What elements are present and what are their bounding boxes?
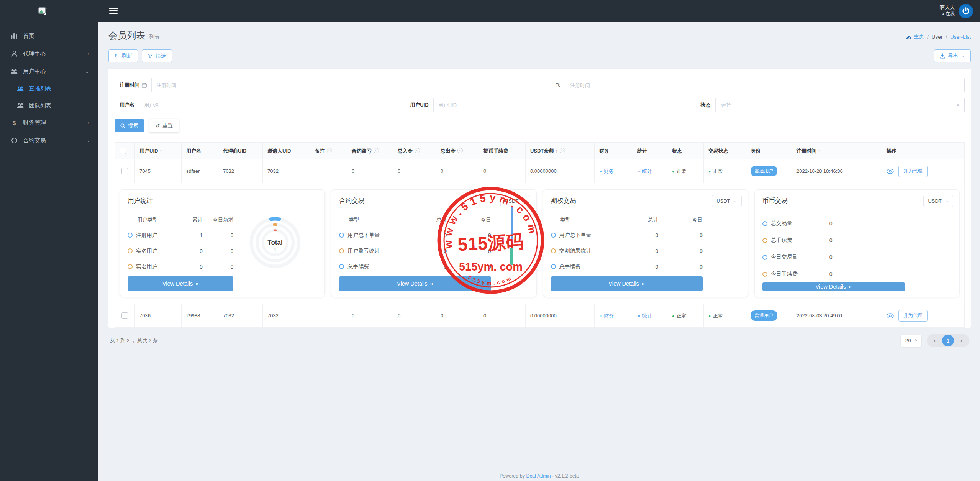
caret-down-icon: ⌄: [522, 199, 525, 204]
powered-by-footer: Powered by Dcat Admin · v2.1.2-beta: [98, 473, 980, 479]
cell-total-withdraw[interactable]: 0: [436, 304, 479, 328]
sidebar-item-agent-center[interactable]: 代理中心 ‹: [0, 45, 98, 62]
cell-username: sdfser: [182, 159, 218, 183]
promote-agent-button[interactable]: 升为代理: [898, 310, 928, 322]
toolbar: ↻ 刷新 筛选 导出 ⌄: [108, 49, 971, 62]
legend-dot-icon: [762, 255, 767, 260]
sidebar-item-label: 用户中心: [23, 68, 46, 75]
circle-icon: [10, 138, 18, 143]
cell-status: 正常: [677, 168, 687, 174]
cell-usdt-balance: 0.00000000: [526, 159, 595, 183]
legend-dot-icon: [128, 233, 133, 238]
funnel-icon: [148, 54, 153, 59]
cell-reg-time: 2022-08-03 20:49:01: [792, 304, 882, 328]
caret-up-icon: ^: [915, 338, 917, 343]
reset-button[interactable]: ↺ 重置: [149, 119, 179, 132]
row-checkbox[interactable]: [121, 168, 128, 174]
page-size-select[interactable]: 20 ^: [901, 335, 921, 347]
cell-trade-status: 正常: [713, 313, 723, 318]
sidebar-item-label: 合约交易: [23, 137, 46, 144]
status-select[interactable]: 选择 ▾: [716, 98, 964, 112]
breadcrumb-current-link[interactable]: User-List: [950, 34, 971, 40]
current-page-button[interactable]: 1: [942, 335, 954, 346]
calendar-icon: [142, 83, 147, 88]
legend-dot-icon: [762, 238, 767, 243]
row-checkbox[interactable]: [121, 312, 128, 319]
view-details-button[interactable]: View Details»: [551, 276, 703, 291]
eye-icon[interactable]: [887, 169, 894, 174]
legend-dot-icon: [762, 272, 767, 277]
breadcrumb-item: User: [932, 34, 943, 40]
breadcrumb-home-link[interactable]: 主页: [906, 33, 924, 40]
finance-link[interactable]: »财务: [599, 312, 614, 319]
double-arrow-icon: »: [637, 168, 640, 174]
mini-bar-chart: [511, 205, 513, 248]
cell-withdraw-fee[interactable]: 0: [479, 159, 526, 183]
refresh-icon: ↻: [115, 53, 119, 59]
version-label: v2.1.2-beta: [555, 473, 579, 479]
currency-select[interactable]: USDT⌄: [923, 195, 953, 207]
help-icon: ?: [327, 148, 332, 153]
table-footer: 从 1 到 2 ， 总共 2 条 20 ^ ‹ 1 ›: [108, 334, 971, 347]
stats-link[interactable]: »统计: [637, 168, 652, 175]
table-row: 7036 29988 7032 7032 0 0 0 0 0.00000000 …: [115, 304, 965, 328]
currency-select[interactable]: USDT⌄: [712, 195, 742, 207]
dcat-admin-link[interactable]: Dcat Admin: [526, 473, 551, 479]
sidebar-item-home[interactable]: 首页: [0, 27, 98, 45]
refresh-button[interactable]: ↻ 刷新: [108, 49, 138, 62]
stats-link[interactable]: »统计: [637, 312, 652, 319]
reg-time-end-input[interactable]: [565, 78, 964, 92]
legend-dot-icon: [551, 233, 556, 238]
next-page-button[interactable]: ›: [956, 337, 966, 344]
sidebar-item-contract[interactable]: 合约交易 ‹: [0, 131, 98, 149]
users-icon: [16, 86, 25, 92]
sidebar-item-direct-list[interactable]: 直推列表: [0, 80, 98, 97]
help-icon: ?: [415, 148, 420, 153]
promote-agent-button[interactable]: 升为代理: [898, 166, 928, 177]
dashboard-gauge-icon: [906, 34, 912, 39]
eye-icon[interactable]: [887, 313, 894, 318]
donut-chart: Total 1: [246, 215, 304, 273]
cell-total-deposit[interactable]: 0: [393, 159, 436, 183]
filter-button[interactable]: 筛选: [142, 49, 172, 62]
search-button[interactable]: 搜索: [115, 119, 144, 132]
currency-select[interactable]: USDT⌄: [500, 195, 530, 207]
avatar[interactable]: [959, 4, 973, 18]
select-all-checkbox[interactable]: [120, 148, 126, 154]
users-icon: [10, 69, 18, 74]
double-arrow-icon: »: [637, 313, 640, 318]
sort-asc-icon[interactable]: ↑: [159, 148, 162, 154]
sidebar-item-team-list[interactable]: 团队列表: [0, 97, 98, 114]
view-details-button[interactable]: View Details»: [128, 276, 233, 291]
sort-asc-icon[interactable]: ↑: [818, 148, 821, 154]
filter-row-fields: 用户名 用户UID 状态 选择 ▾: [115, 98, 965, 112]
caret-down-icon: ⌄: [734, 199, 737, 204]
cell-uid: 7045: [135, 159, 182, 183]
username-label: 用户名: [115, 98, 139, 112]
username-input[interactable]: [139, 98, 383, 112]
cell-total-deposit[interactable]: 0: [393, 304, 436, 328]
cell-withdraw-fee[interactable]: 0: [479, 304, 526, 328]
help-icon: ?: [560, 148, 565, 153]
uid-input[interactable]: [434, 98, 674, 112]
sort-asc-icon[interactable]: ↑: [555, 148, 558, 154]
sidebar: 首页 代理中心 ‹ 用户中心 ⌄ 直推列表: [0, 0, 98, 481]
legend-dot-icon: [128, 264, 133, 269]
view-details-button[interactable]: View Details»: [762, 282, 905, 291]
cell-pnl: 0: [347, 304, 393, 328]
date-range-to-label: To: [551, 78, 565, 92]
cell-reg-time: 2022-10-28 18:46:36: [792, 159, 882, 183]
view-details-button[interactable]: View Details»: [339, 276, 491, 291]
sidebar-item-finance[interactable]: $ 财务管理 ‹: [0, 114, 98, 131]
hamburger-menu-icon[interactable]: [109, 7, 118, 15]
finance-link[interactable]: »财务: [599, 168, 614, 175]
sidebar-item-user-center[interactable]: 用户中心 ⌄: [0, 62, 98, 80]
reg-time-start-input[interactable]: [152, 78, 551, 92]
filter-actions: 搜索 ↺ 重置: [115, 119, 965, 142]
export-button[interactable]: 导出 ⌄: [934, 49, 971, 62]
cell-inviter-uid: 7032: [263, 159, 310, 183]
prev-page-button[interactable]: ‹: [930, 337, 940, 344]
cell-total-withdraw[interactable]: 0: [436, 159, 479, 183]
double-arrow-icon: »: [599, 313, 602, 318]
uid-label: 用户UID: [405, 98, 433, 112]
